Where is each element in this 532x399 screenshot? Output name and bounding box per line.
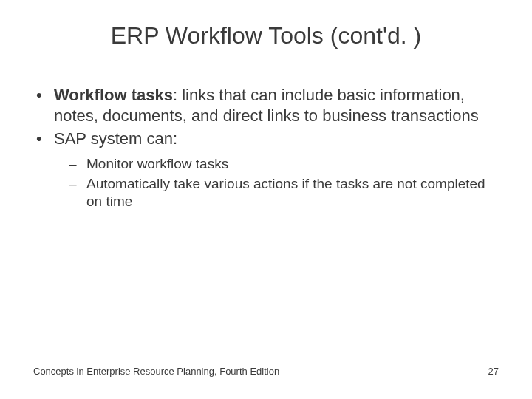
bullet-term: Workflow tasks bbox=[54, 86, 173, 104]
bullet-workflow-tasks: Workflow tasks: links that can include b… bbox=[33, 85, 499, 126]
page-number: 27 bbox=[488, 366, 499, 377]
sub-bullet-monitor: Monitor workflow tasks bbox=[54, 155, 499, 173]
sub-bullet-list: Monitor workflow tasks Automatically tak… bbox=[54, 155, 499, 211]
slide-footer: Concepts in Enterprise Resource Planning… bbox=[33, 366, 499, 377]
sub-bullet-auto-actions: Automatically take various actions if th… bbox=[54, 175, 499, 211]
bullet-sap-system: SAP system can: Monitor workflow tasks A… bbox=[33, 129, 499, 211]
footer-left: Concepts in Enterprise Resource Planning… bbox=[33, 366, 279, 377]
slide-title: ERP Workflow Tools (cont'd. ) bbox=[0, 22, 532, 50]
slide: ERP Workflow Tools (cont'd. ) Workflow t… bbox=[0, 0, 532, 399]
bullet-text: SAP system can: bbox=[54, 129, 177, 148]
bullet-list: Workflow tasks: links that can include b… bbox=[33, 85, 499, 211]
slide-body: Workflow tasks: links that can include b… bbox=[33, 85, 499, 214]
